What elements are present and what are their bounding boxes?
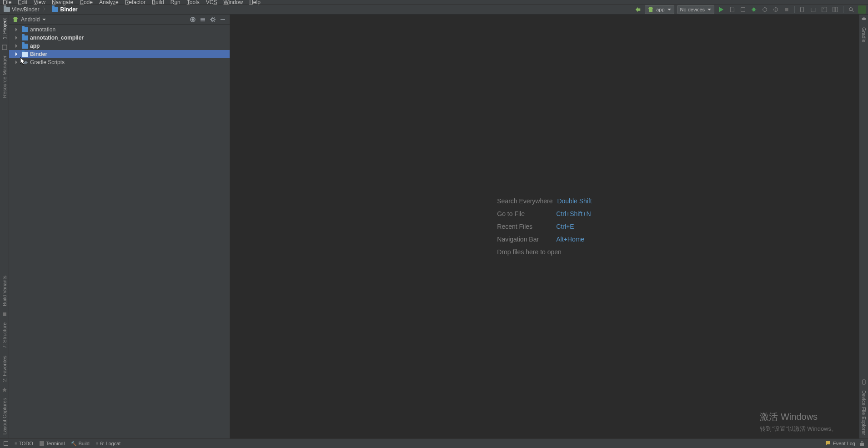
gutter-device-explorer[interactable]: Device File Explorer bbox=[861, 387, 867, 438]
project-view-selector[interactable]: Android bbox=[13, 16, 46, 23]
gutter-favorites[interactable]: 2: Favorites bbox=[2, 352, 7, 385]
status-lock-icon[interactable] bbox=[860, 441, 864, 446]
menu-file[interactable]: File bbox=[3, 0, 11, 5]
tree-item-label: annotation bbox=[30, 26, 55, 33]
tree-item-annotation[interactable]: annotation bbox=[9, 25, 230, 34]
menu-analyze[interactable]: Analyze bbox=[99, 0, 119, 5]
expander-icon[interactable] bbox=[15, 36, 19, 40]
tree-item-annotation-compiler[interactable]: annotation_compiler bbox=[9, 34, 230, 42]
svg-point-16 bbox=[211, 18, 214, 21]
expander-icon[interactable] bbox=[15, 28, 19, 31]
event-log-icon bbox=[825, 440, 831, 447]
expander-icon[interactable] bbox=[15, 44, 19, 48]
star-icon bbox=[2, 387, 7, 393]
run-button[interactable] bbox=[717, 5, 725, 14]
apply-changes-icon[interactable] bbox=[728, 5, 736, 14]
breadcrumb[interactable]: ViewBinder 〉 Binder bbox=[2, 5, 80, 13]
profiler-icon[interactable] bbox=[761, 5, 769, 14]
expander-icon[interactable] bbox=[15, 52, 19, 56]
tree-item-label: app bbox=[30, 43, 40, 49]
tree-item-binder[interactable]: Binder bbox=[9, 50, 230, 58]
status-event-log[interactable]: Event Log bbox=[825, 440, 855, 447]
search-icon[interactable] bbox=[847, 5, 855, 14]
left-tool-gutter: 1: Project Resource Manager Build Varian… bbox=[0, 15, 9, 438]
help-key: Ctrl+Shift+N bbox=[556, 210, 591, 217]
sdk-manager-icon[interactable] bbox=[809, 5, 818, 14]
svg-rect-3 bbox=[785, 8, 788, 11]
resource-manager-gutter-icon[interactable] bbox=[2, 45, 7, 50]
project-panel-header: Android bbox=[9, 15, 230, 25]
status-build[interactable]: 🔨Build bbox=[71, 441, 89, 446]
help-key: Ctrl+E bbox=[556, 223, 574, 230]
svg-rect-18 bbox=[826, 441, 830, 444]
gutter-build-variants[interactable]: Build Variants bbox=[2, 272, 7, 310]
avd-manager-icon[interactable] bbox=[798, 5, 807, 14]
tree-item-label: annotation_compiler bbox=[30, 35, 84, 41]
expand-all-icon[interactable] bbox=[200, 16, 206, 23]
tree-item-gradle-scripts[interactable]: Gradle Scripts bbox=[9, 58, 230, 66]
sync-gradle-icon[interactable] bbox=[634, 5, 642, 14]
menu-refactor[interactable]: Refactor bbox=[125, 0, 146, 5]
main-menubar: File Edit View Navigate Code Analyze Ref… bbox=[0, 0, 868, 5]
layout-inspector-icon[interactable] bbox=[831, 5, 839, 14]
menu-help[interactable]: Help bbox=[249, 0, 261, 5]
gutter-layout-captures[interactable]: Layout Captures bbox=[2, 394, 7, 438]
help-label: Recent Files bbox=[497, 223, 552, 230]
gutter-gradle[interactable]: Gradle bbox=[861, 24, 867, 46]
status-logcat[interactable]: ≡6: Logcat bbox=[96, 441, 121, 446]
menu-view[interactable]: View bbox=[34, 0, 45, 5]
attach-debugger-icon[interactable] bbox=[772, 5, 780, 14]
project-panel-actions bbox=[190, 16, 226, 23]
status-terminal[interactable]: Terminal bbox=[40, 441, 65, 446]
menu-tools[interactable]: Tools bbox=[187, 0, 200, 5]
svg-rect-17 bbox=[863, 380, 865, 384]
help-shortcuts: Search Everywhere Double Shift Go to Fil… bbox=[497, 192, 592, 261]
status-todo[interactable]: ≡TODO bbox=[15, 441, 33, 446]
breadcrumb-current-label: Binder bbox=[60, 6, 77, 13]
menu-run[interactable]: Run bbox=[171, 0, 181, 5]
navigation-bar: ViewBinder 〉 Binder app No devices bbox=[0, 5, 868, 15]
breadcrumb-root-label: ViewBinder bbox=[12, 6, 39, 13]
help-row-gotofile: Go to File Ctrl+Shift+N bbox=[497, 210, 592, 217]
project-tree[interactable]: annotation annotation_compiler app Binde… bbox=[9, 25, 230, 67]
stop-button[interactable] bbox=[783, 5, 791, 14]
tool-window-bars-icon[interactable] bbox=[4, 441, 8, 446]
windows-activation-watermark: 激活 Windows 转到"设置"以激活 Windows。 bbox=[760, 411, 837, 433]
module-icon bbox=[22, 44, 28, 49]
breadcrumb-current[interactable]: Binder bbox=[50, 6, 79, 13]
menu-build[interactable]: Build bbox=[152, 0, 164, 5]
menu-edit[interactable]: Edit bbox=[18, 0, 27, 5]
folder-icon bbox=[52, 7, 58, 12]
breadcrumb-root[interactable]: ViewBinder bbox=[2, 6, 41, 13]
svg-point-1 bbox=[753, 8, 756, 11]
gradle-gutter-icon[interactable] bbox=[861, 16, 867, 22]
module-selector[interactable]: app bbox=[645, 5, 674, 14]
hide-icon[interactable] bbox=[220, 16, 226, 23]
gutter-project[interactable]: 1: Project bbox=[2, 15, 7, 43]
resource-manager-icon[interactable] bbox=[820, 5, 828, 14]
expander-icon[interactable] bbox=[15, 60, 19, 64]
menu-code[interactable]: Code bbox=[80, 0, 93, 5]
device-explorer-gutter-icon[interactable] bbox=[861, 379, 867, 385]
menu-vcs[interactable]: VCS bbox=[206, 0, 217, 5]
menu-window[interactable]: Window bbox=[223, 0, 243, 5]
help-key: Double Shift bbox=[557, 197, 592, 205]
ide-status-icon[interactable] bbox=[858, 5, 866, 14]
select-opened-icon[interactable] bbox=[190, 16, 196, 23]
gear-icon[interactable] bbox=[210, 16, 216, 23]
help-label: Go to File bbox=[497, 210, 552, 217]
help-label: Navigation Bar bbox=[497, 236, 552, 243]
menu-navigate[interactable]: Navigate bbox=[52, 0, 73, 5]
device-label: No devices bbox=[680, 7, 705, 12]
apply-code-icon[interactable] bbox=[739, 5, 747, 14]
toolbar-separator bbox=[794, 6, 795, 13]
svg-rect-9 bbox=[836, 7, 838, 12]
editor-empty-state[interactable]: Search Everywhere Double Shift Go to Fil… bbox=[230, 15, 859, 438]
module-icon bbox=[22, 52, 28, 57]
help-label: Search Everywhere bbox=[497, 197, 552, 205]
tree-item-app[interactable]: app bbox=[9, 42, 230, 50]
debug-button[interactable] bbox=[750, 5, 758, 14]
gutter-structure[interactable]: 7: Structure bbox=[2, 319, 7, 352]
gutter-resource-manager[interactable]: Resource Manager bbox=[2, 52, 7, 102]
device-selector[interactable]: No devices bbox=[677, 5, 714, 14]
